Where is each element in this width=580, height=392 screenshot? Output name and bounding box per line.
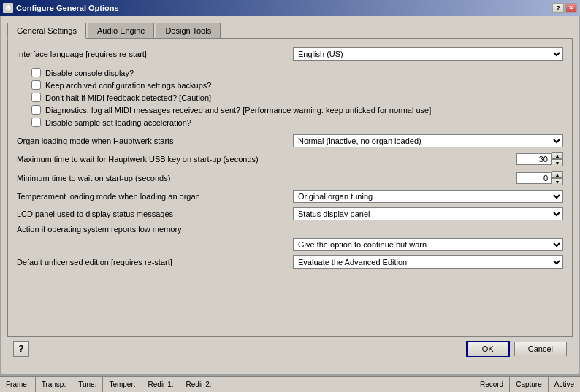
midi-feedback-checkbox[interactable] [31,93,41,102]
min-startup-down-button[interactable]: ▼ [552,178,563,185]
disable-console-label: Disable console display? [45,69,134,77]
lcd-panel-row: LCD panel used to display status message… [17,207,563,220]
interface-language-select[interactable]: English (US) German French Spanish [293,47,563,61]
disable-sample-checkbox[interactable] [31,118,41,127]
temperament-mode-row: Temperament loading mode when loading an… [17,190,563,203]
status-active: Active [549,377,580,392]
dialog-footer: ? OK Cancel [7,337,573,360]
unlicensed-edition-label: Default unlicensed edition [requires re-… [17,258,172,266]
status-redir2: Redir 2: [180,377,218,392]
title-bar: ⚙ Configure General Options ? ✕ [0,0,580,16]
title-text: Configure General Options [16,4,119,12]
status-temper: Temper: [103,377,142,392]
low-memory-select-row: Give the option to continue but warn Sto… [17,238,563,251]
interface-language-row: Interface language [requires re-start] E… [17,47,563,61]
max-usb-down-button[interactable]: ▼ [552,159,563,166]
cancel-button[interactable]: Cancel [514,342,567,356]
low-memory-select[interactable]: Give the option to continue but warn Sto… [293,238,563,251]
keep-archived-checkbox[interactable] [31,80,41,90]
lcd-panel-select[interactable]: Status display panel None [293,207,563,220]
app-icon: ⚙ [3,3,13,13]
min-startup-up-button[interactable]: ▲ [552,171,563,178]
temperament-label: Temperament loading mode when loading an… [17,192,200,201]
checkbox-row-1: Disable console display? [17,68,563,77]
max-usb-input[interactable] [516,153,552,165]
checkbox-row-2: Keep archived configuration settings bac… [17,80,563,90]
organ-loading-row: Organ loading mode when Hauptwerk starts… [17,134,563,147]
organ-loading-select[interactable]: Normal (inactive, no organ loaded) Load … [293,134,563,147]
tab-general-settings[interactable]: General Settings [7,23,86,39]
diagnostics-label: Diagnostics: log all MIDI messages recei… [45,106,431,115]
status-record: Record [474,377,510,392]
status-bar: Frame: Transp: Tune: Temper: Redir 1: Re… [0,376,580,392]
unlicensed-edition-select[interactable]: Evaluate the Advanced Edition Hauptwerk … [293,255,563,269]
tab-design-tools[interactable]: Design Tools [156,23,221,39]
temperament-mode-select[interactable]: Original organ tuning Equal temperament … [293,190,563,203]
status-redir1: Redir 1: [142,377,180,392]
tab-bar: General Settings Audio Engine Design Too… [7,22,573,38]
max-usb-wait-row: Maximum time to wait for Hauptwerk USB k… [17,152,563,166]
max-usb-up-button[interactable]: ▲ [552,152,563,159]
interface-language-label: Interface language [requires re-start] [17,50,147,58]
tab-content-general: Interface language [requires re-start] E… [7,38,573,337]
status-tune: Tune: [72,377,103,392]
keep-archived-label: Keep archived configuration settings bac… [45,81,211,90]
help-button[interactable]: ? [13,341,29,357]
checkbox-row-5: Disable sample set loading acceleration? [17,118,563,127]
midi-feedback-label: Don't halt if MIDI feedback detected? [C… [45,93,211,102]
min-startup-label: Minimum time to wait on start-up (second… [17,174,170,182]
status-capture: Capture [510,377,549,392]
max-usb-spinner: ▲ ▼ [516,152,563,166]
lcd-panel-label: LCD panel used to display status message… [17,210,173,218]
organ-loading-label: Organ loading mode when Hauptwerk starts [17,137,174,145]
unlicensed-edition-row: Default unlicensed edition [requires re-… [17,255,563,269]
ok-button[interactable]: OK [466,341,510,357]
status-transp: Transp: [36,377,73,392]
diagnostics-checkbox[interactable] [31,105,41,115]
max-usb-label: Maximum time to wait for Hauptwerk USB k… [17,155,259,164]
close-titlebar-button[interactable]: ✕ [565,3,577,13]
checkbox-row-3: Don't halt if MIDI feedback detected? [C… [17,93,563,102]
dialog-container: General Settings Audio Engine Design Too… [0,16,580,376]
tab-audio-engine[interactable]: Audio Engine [88,23,154,39]
help-titlebar-button[interactable]: ? [552,3,564,13]
disable-console-checkbox[interactable] [31,68,41,77]
disable-sample-label: Disable sample set loading acceleration? [45,118,191,127]
low-memory-row: Action if operating system reports low m… [17,225,563,234]
checkbox-row-4: Diagnostics: log all MIDI messages recei… [17,105,563,115]
min-startup-input[interactable] [516,172,552,184]
low-memory-label: Action if operating system reports low m… [17,225,182,234]
min-startup-spinner: ▲ ▼ [516,171,563,185]
min-startup-wait-row: Minimum time to wait on start-up (second… [17,171,563,185]
status-frame: Frame: [0,377,36,392]
